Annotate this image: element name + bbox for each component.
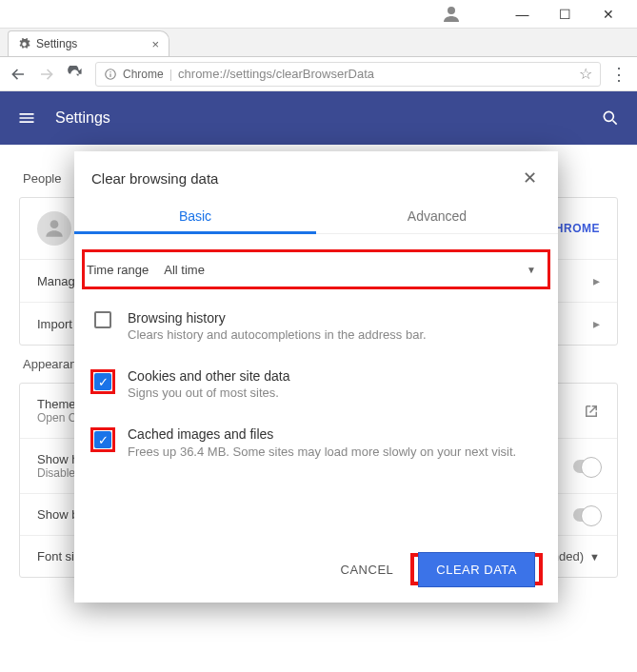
option-cookies[interactable]: ✓ Cookies and other site data Signs you …	[88, 355, 545, 413]
window-maximize-button[interactable]: ☐	[544, 1, 587, 28]
checkbox-browsing-history[interactable]	[94, 311, 111, 328]
caret-down-icon: ▼	[527, 265, 536, 275]
dialog-close-button[interactable]: ✕	[518, 167, 541, 189]
browser-menu-button[interactable]: ⋮	[610, 64, 627, 85]
reload-button[interactable]	[67, 66, 86, 82]
url-scheme-label: Chrome	[123, 68, 164, 81]
forward-button[interactable]	[38, 66, 57, 83]
clear-data-button[interactable]: CLEAR DATA	[418, 552, 535, 587]
minimize-icon: —	[516, 7, 529, 22]
sign-in-chrome-button[interactable]: HROME	[555, 222, 600, 235]
time-range-row: Time range All time ▼	[85, 252, 547, 287]
tab-basic[interactable]: Basic	[74, 199, 316, 233]
clear-browsing-data-dialog: Clear browsing data ✕ Basic Advanced Tim…	[74, 151, 558, 603]
svg-point-2	[109, 70, 110, 71]
checkbox-cache[interactable]: ✓	[94, 431, 111, 448]
chevron-right-icon: ▸	[593, 316, 600, 331]
bookmark-star-icon[interactable]: ☆	[579, 65, 592, 83]
hamburger-icon[interactable]	[17, 109, 36, 128]
tab-strip: Settings ×	[0, 29, 637, 57]
time-range-label: Time range	[87, 263, 149, 277]
account-icon[interactable]	[440, 3, 463, 26]
toggle-switch[interactable]	[573, 508, 600, 522]
checkbox-cookies[interactable]: ✓	[94, 373, 111, 390]
search-icon[interactable]	[601, 109, 620, 128]
gear-icon	[18, 38, 30, 50]
toggle-switch[interactable]	[573, 460, 600, 473]
site-info-icon[interactable]	[104, 68, 117, 81]
tab-close-button[interactable]: ×	[151, 37, 159, 51]
tab-settings[interactable]: Settings ×	[8, 30, 169, 56]
close-icon: ✕	[603, 7, 614, 22]
option-cache[interactable]: ✓ Cached images and files Frees up 36.4 …	[88, 413, 545, 474]
back-button[interactable]	[10, 66, 29, 83]
svg-point-0	[448, 7, 455, 14]
address-bar[interactable]: Chrome | chrome://settings/clearBrowserD…	[95, 62, 601, 87]
launch-icon	[583, 403, 600, 420]
maximize-icon: ☐	[559, 7, 571, 22]
tab-title: Settings	[36, 37, 151, 50]
svg-rect-3	[109, 73, 110, 77]
tab-advanced[interactable]: Advanced	[316, 199, 558, 233]
cancel-button[interactable]: CANCEL	[341, 563, 394, 577]
browser-toolbar: Chrome | chrome://settings/clearBrowserD…	[0, 57, 637, 91]
dialog-title: Clear browsing data	[91, 170, 518, 187]
svg-point-4	[604, 111, 613, 121]
dialog-tabs: Basic Advanced	[74, 199, 558, 234]
window-minimize-button[interactable]: —	[501, 1, 544, 28]
option-browsing-history[interactable]: Browsing history Clears history and auto…	[88, 297, 545, 355]
chevron-right-icon: ▸	[593, 273, 600, 288]
window-titlebar: — ☐ ✕	[0, 0, 637, 29]
app-title: Settings	[55, 109, 601, 127]
app-header: Settings	[0, 91, 637, 145]
url-text: chrome://settings/clearBrowserData	[178, 67, 573, 81]
window-close-button[interactable]: ✕	[587, 1, 629, 28]
svg-point-5	[50, 220, 59, 228]
time-range-select[interactable]: All time ▼	[164, 263, 542, 277]
avatar	[37, 211, 71, 246]
